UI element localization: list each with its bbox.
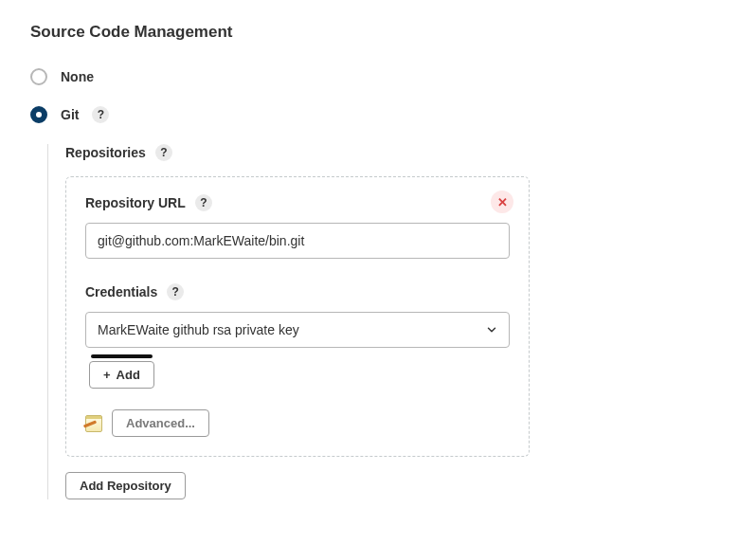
scm-option-none-row[interactable]: None [30,68,726,85]
add-credentials-button[interactable]: + Add [89,361,154,389]
help-icon[interactable]: ? [167,283,184,300]
add-credentials-label: Add [117,368,140,382]
radio-none[interactable] [30,68,47,85]
radio-git-label: Git [61,107,79,122]
add-repository-button[interactable]: Add Repository [65,472,186,499]
credentials-label: Credentials [85,284,157,299]
repo-url-input[interactable] [85,223,510,259]
help-icon[interactable]: ? [195,194,212,211]
close-icon[interactable]: ✕ [491,190,513,213]
git-section: Repositories ? ✕ Repository URL ? Creden… [47,144,726,499]
radio-none-label: None [61,69,94,84]
credentials-select[interactable]: MarkEWaite github rsa private key [85,312,510,348]
repo-url-label: Repository URL [85,195,186,210]
credentials-select-wrap[interactable]: MarkEWaite github rsa private key [85,312,510,348]
radio-git[interactable] [30,106,47,123]
advanced-button[interactable]: Advanced... [112,409,209,437]
scm-option-git-row[interactable]: Git ? [30,106,726,123]
help-icon[interactable]: ? [92,106,109,123]
plus-icon: + [103,368,111,382]
repository-entry: ✕ Repository URL ? Credentials ? MarkEWa… [65,176,530,457]
help-icon[interactable]: ? [155,144,172,161]
notepad-icon [85,415,102,432]
page-title: Source Code Management [30,23,726,42]
repositories-title: Repositories [65,145,146,160]
